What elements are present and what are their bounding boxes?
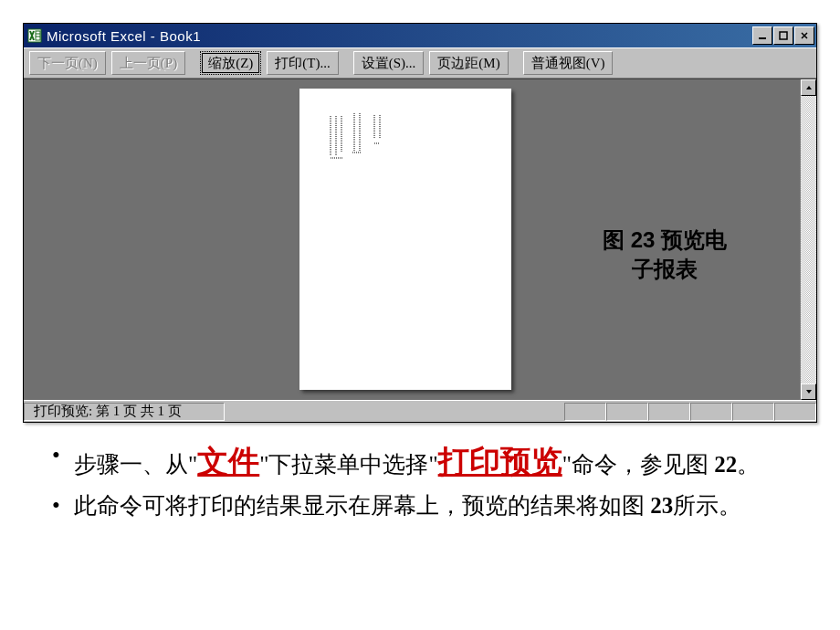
step1-emphasis-printpreview: 打印预览 (438, 445, 562, 478)
quote-close: " (259, 452, 268, 477)
step1-text-b: 下拉菜单中选择 (268, 452, 428, 477)
step2-fig-ref: 23 (645, 493, 673, 518)
figure-caption: 图 23 预览电 子报表 (564, 226, 765, 285)
vertical-scrollbar[interactable] (800, 79, 816, 400)
quote-open: " (188, 452, 197, 477)
maximize-button[interactable] (773, 26, 793, 45)
bullet-icon: • (48, 439, 74, 484)
window-controls (751, 26, 814, 45)
excel-icon (26, 27, 43, 44)
window-title: Microsoft Excel - Book1 (47, 28, 751, 44)
status-cell (648, 403, 690, 421)
figure-caption-line1: 图 23 预览电 (603, 227, 727, 252)
status-cell (690, 403, 732, 421)
excel-window: Microsoft Excel - Book1 下一页(N) 上一页(P) 缩放… (23, 23, 817, 423)
scroll-track[interactable] (801, 96, 816, 383)
quote-close: " (562, 452, 572, 477)
close-button[interactable] (794, 26, 814, 45)
step2-text-b: 所示。 (673, 493, 741, 518)
status-cell (564, 403, 606, 421)
setup-button[interactable]: 设置(S)... (353, 51, 425, 75)
svg-rect-5 (780, 32, 787, 39)
scroll-up-button[interactable] (801, 79, 816, 96)
prev-page-button[interactable]: 上一页(P) (111, 51, 185, 75)
slide: Microsoft Excel - Book1 下一页(N) 上一页(P) 缩放… (0, 0, 840, 538)
list-item: • 此命令可将打印的结果显示在屏幕上，预览的结果将如图 23所示。 (48, 489, 792, 522)
zoom-button[interactable]: 缩放(Z) (200, 51, 261, 75)
toolbar: 下一页(N) 上一页(P) 缩放(Z) 打印(T)... 设置(S)... 页边… (24, 47, 816, 79)
normal-view-button[interactable]: 普通视图(V) (523, 51, 614, 75)
margins-button[interactable]: 页边距(M) (429, 51, 508, 75)
status-cell (732, 403, 774, 421)
page-content-thumbnail (327, 110, 409, 162)
print-button[interactable]: 打印(T)... (267, 51, 338, 75)
status-text: 打印预览: 第 1 页 共 1 页 (24, 403, 225, 421)
figure-caption-line2: 子报表 (632, 257, 698, 281)
status-cells (564, 403, 816, 421)
preview-page (299, 89, 511, 390)
bullet-icon: • (48, 489, 74, 522)
step1-emphasis-file: 文件 (197, 445, 259, 478)
titlebar: Microsoft Excel - Book1 (24, 24, 816, 47)
status-cell (774, 403, 816, 421)
preview-workarea: 图 23 预览电 子报表 (24, 79, 816, 400)
next-page-button[interactable]: 下一页(N) (29, 51, 106, 75)
step1-fig-ref: 22 (709, 452, 737, 477)
minimize-button[interactable] (752, 26, 772, 45)
step1-text-c: 命令，参见图 (572, 452, 709, 477)
scroll-down-button[interactable] (801, 383, 816, 400)
list-item: • 步骤一、从"文件"下拉菜单中选择"打印预览"命令，参见图 22。 (48, 439, 792, 484)
step1-text-d: 。 (737, 452, 760, 477)
quote-open: " (428, 452, 437, 477)
statusbar: 打印预览: 第 1 页 共 1 页 (24, 400, 816, 422)
instruction-text: • 步骤一、从"文件"下拉菜单中选择"打印预览"命令，参见图 22。 • 此命令… (23, 423, 817, 523)
step2-text-a: 此命令可将打印的结果显示在屏幕上，预览的结果将如图 (74, 493, 645, 518)
step1-text-a: 步骤一、从 (74, 452, 188, 477)
preview-surface[interactable]: 图 23 预览电 子报表 (24, 79, 800, 400)
status-cell (606, 403, 648, 421)
